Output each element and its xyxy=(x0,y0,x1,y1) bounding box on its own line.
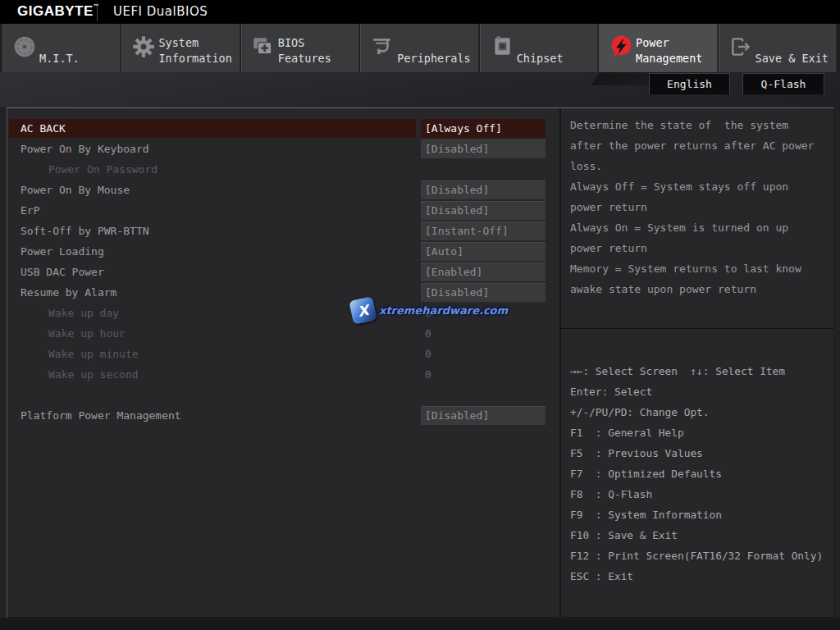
tab-label: Peripherals xyxy=(397,51,470,66)
setting-label: Wake up minute xyxy=(9,345,416,363)
setting-row-ac-back[interactable]: AC BACK [Always Off] xyxy=(7,118,559,139)
setting-label: AC BACK xyxy=(9,119,416,138)
language-button[interactable]: English xyxy=(649,73,730,95)
watermark: X xtremehardware.com xyxy=(351,299,508,322)
setting-value: 0 xyxy=(425,324,431,343)
header-bar: GIGABYTE™ UEFI DualBIOS xyxy=(0,0,840,24)
item-help-text: Determine the state of the system after … xyxy=(570,115,814,299)
qflash-button[interactable]: Q-Flash xyxy=(742,73,824,95)
watermark-x-icon: X xyxy=(349,296,377,324)
setting-row-power-on-by-mouse[interactable]: Power On By Mouse [Disabled] xyxy=(7,180,559,200)
setting-value: [Disabled] xyxy=(421,180,546,199)
setting-row-platform-power-management[interactable]: Platform Power Management [Disabled] xyxy=(7,405,559,426)
setting-label: Power On By Mouse xyxy=(9,180,416,199)
tab-label: M.I.T. xyxy=(39,51,80,66)
help-panel: Determine the state of the system after … xyxy=(559,108,833,617)
settings-list: AC BACK [Always Off] Power On By Keyboar… xyxy=(7,108,559,617)
product-title: UEFI DualBIOS xyxy=(113,4,208,19)
setting-label: Wake up second xyxy=(9,365,416,384)
bios-folders-icon xyxy=(251,34,276,59)
help-panel-divider xyxy=(561,328,833,329)
header-divider xyxy=(97,2,98,21)
key-shortcuts-text: →←: Select Screen ↑↓: Select Item Enter:… xyxy=(570,361,823,587)
tab-peripherals[interactable]: Peripherals xyxy=(360,24,478,72)
gigabyte-logo: GIGABYTE™ xyxy=(17,3,99,20)
gear-icon xyxy=(131,34,156,59)
tab-label: PowerManagement xyxy=(636,35,702,66)
setting-value: [Always Off] xyxy=(421,119,546,138)
setting-row-power-loading[interactable]: Power Loading [Auto] xyxy=(7,241,559,262)
tab-label: Save & Exit xyxy=(756,51,829,66)
setting-value: 0 xyxy=(425,345,431,363)
setting-row-usb-dac-power[interactable]: USB DAC Power [Enabled] xyxy=(7,262,559,282)
setting-row-power-on-password: Power On Password xyxy=(7,159,559,180)
setting-label: Soft-Off by PWR-BTTN xyxy=(9,221,416,240)
setting-row-wake-up-second: Wake up second 0 xyxy=(7,364,559,385)
tab-label: Chipset xyxy=(517,51,564,66)
tab-bar: M.I.T. SystemInformation xyxy=(0,24,840,72)
peripherals-plug-icon xyxy=(370,34,395,59)
setting-label: ErP xyxy=(9,201,416,220)
tab-mit[interactable]: M.I.T. xyxy=(2,24,121,72)
setting-label: Platform Power Management xyxy=(9,406,416,425)
setting-row-erp[interactable]: ErP [Disabled] xyxy=(7,200,559,221)
tab-label: SystemInformation xyxy=(158,35,231,66)
setting-value: [Disabled] xyxy=(421,139,546,158)
bottom-strip xyxy=(0,619,840,630)
tab-power-management[interactable]: PowerManagement xyxy=(599,24,717,72)
mit-dial-icon xyxy=(12,34,37,59)
setting-row-wake-up-hour: Wake up hour 0 xyxy=(7,323,559,344)
setting-row-power-on-by-keyboard[interactable]: Power On By Keyboard [Disabled] xyxy=(7,139,559,159)
chipset-chip-icon xyxy=(490,34,514,59)
setting-label: USB DAC Power xyxy=(9,262,416,281)
setting-row-wake-up-minute: Wake up minute 0 xyxy=(7,344,559,364)
setting-value: [Enabled] xyxy=(421,262,546,281)
watermark-text: xtremehardware.com xyxy=(379,304,508,317)
tab-bios-features[interactable]: BIOSFeatures xyxy=(241,24,359,72)
power-bolt-icon xyxy=(609,34,633,59)
setting-label: Wake up hour xyxy=(9,324,416,343)
setting-value: [Disabled] xyxy=(421,406,546,425)
setting-value: [Auto] xyxy=(421,242,546,261)
setting-label: Power On Password xyxy=(9,160,416,179)
tab-save-exit[interactable]: Save & Exit xyxy=(719,24,837,72)
bios-screen: GIGABYTE™ UEFI DualBIOS M.I.T. xyxy=(0,0,840,630)
setting-value: 0 xyxy=(425,365,431,384)
save-exit-door-icon xyxy=(728,34,753,59)
main-panel: AC BACK [Always Off] Power On By Keyboar… xyxy=(7,107,834,618)
tab-chipset[interactable]: Chipset xyxy=(480,24,598,72)
setting-row-soft-off-by-pwr-bttn[interactable]: Soft-Off by PWR-BTTN [Instant-Off] xyxy=(7,221,559,241)
tab-label: BIOSFeatures xyxy=(278,35,331,66)
tab-system-information[interactable]: SystemInformation xyxy=(121,24,240,72)
setting-value: [Disabled] xyxy=(421,201,546,220)
setting-value: [Instant-Off] xyxy=(421,221,546,240)
setting-label: Power On By Keyboard xyxy=(9,139,416,158)
setting-label: Power Loading xyxy=(9,242,416,261)
